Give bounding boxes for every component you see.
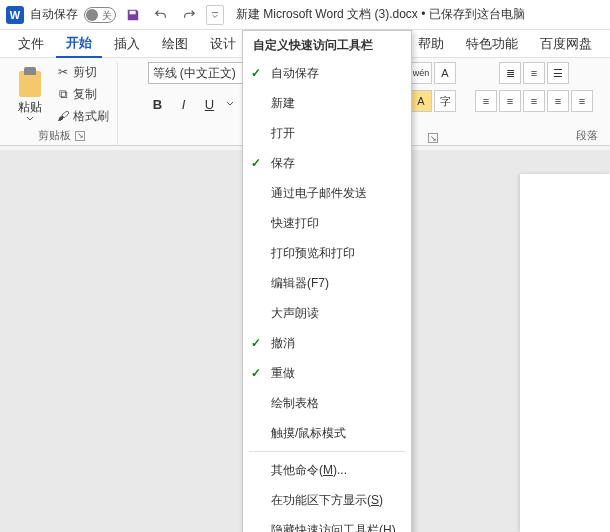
tab-insert[interactable]: 插入 (104, 31, 150, 57)
bullets-button[interactable]: ≣ (499, 62, 521, 84)
qat-save-button[interactable] (122, 4, 144, 26)
qat-customize-button[interactable] (206, 5, 224, 25)
tab-file[interactable]: 文件 (8, 31, 54, 57)
menu-item-label: 快速打印 (271, 215, 319, 232)
tab-baidu[interactable]: 百度网盘 (530, 31, 602, 57)
char-shading-button[interactable]: A (410, 90, 432, 112)
group-clipboard: 粘贴 ✂剪切 ⧉复制 🖌格式刷 剪贴板↘ (6, 62, 118, 145)
check-icon: ✓ (251, 156, 261, 170)
menu-item-label: 编辑器(F7) (271, 275, 329, 292)
italic-button[interactable]: I (174, 94, 194, 114)
menu-item-label: 重做 (271, 365, 295, 382)
autosave-toggle[interactable]: 关 (84, 7, 116, 23)
brush-icon: 🖌 (56, 109, 70, 123)
dialog-launcher-clipboard[interactable]: ↘ (75, 131, 85, 141)
multilevel-button[interactable]: ☰ (547, 62, 569, 84)
menu-item-label: 通过电子邮件发送 (271, 185, 367, 202)
menu-item-label: 大声朗读 (271, 305, 319, 322)
menu-item[interactable]: 绘制表格 (243, 388, 411, 418)
tab-home[interactable]: 开始 (56, 30, 102, 58)
menu-item-label: 保存 (271, 155, 295, 172)
chevron-down-icon[interactable] (226, 101, 234, 107)
check-icon: ✓ (251, 336, 261, 350)
menu-item[interactable]: 快速打印 (243, 208, 411, 238)
autosave-label: 自动保存 (30, 6, 78, 23)
qat-customize-menu: 自定义快速访问工具栏 ✓自动保存新建打开✓保存通过电子邮件发送快速打印打印预览和… (242, 30, 412, 532)
format-painter-button[interactable]: 🖌格式刷 (52, 106, 113, 126)
toggle-off-text: 关 (102, 9, 112, 23)
scissors-icon: ✂ (56, 65, 70, 79)
menu-other-commands[interactable]: 其他命令(M)... (243, 455, 411, 485)
copy-button[interactable]: ⧉复制 (52, 84, 113, 104)
qat-undo-button[interactable] (150, 4, 172, 26)
distribute-button[interactable]: ≡ (571, 90, 593, 112)
titlebar: W 自动保存 关 新建 Microsoft Word 文档 (3).docx •… (0, 0, 610, 30)
copy-icon: ⧉ (56, 87, 70, 101)
tab-draw[interactable]: 绘图 (152, 31, 198, 57)
align-center-button[interactable]: ≡ (499, 90, 521, 112)
word-icon: W (6, 6, 24, 24)
menu-item[interactable]: 触摸/鼠标模式 (243, 418, 411, 448)
menu-item[interactable]: 编辑器(F7) (243, 268, 411, 298)
menu-item[interactable]: 新建 (243, 88, 411, 118)
phonetic-button[interactable]: wén (410, 62, 432, 84)
menu-item-label: 触摸/鼠标模式 (271, 425, 346, 442)
align-justify-button[interactable]: ≡ (547, 90, 569, 112)
dialog-launcher-mid[interactable]: ↘ (428, 133, 438, 143)
numbering-button[interactable]: ≡ (523, 62, 545, 84)
tab-help[interactable]: 帮助 (408, 31, 454, 57)
menu-item[interactable]: ✓保存 (243, 148, 411, 178)
check-icon: ✓ (251, 66, 261, 80)
menu-item-label: 撤消 (271, 335, 295, 352)
menu-label: 其他命令(M)... (271, 462, 347, 479)
underline-button[interactable]: U (200, 94, 220, 114)
align-right-button[interactable]: ≡ (523, 90, 545, 112)
menu-show-below[interactable]: 在功能区下方显示(S) (243, 485, 411, 515)
align-left-button[interactable]: ≡ (475, 90, 497, 112)
dropdown-title: 自定义快速访问工具栏 (243, 31, 411, 58)
group-label-paragraph: 段落 (576, 128, 598, 143)
menu-item[interactable]: 大声朗读 (243, 298, 411, 328)
paste-label: 粘贴 (18, 99, 42, 116)
doc-name: 新建 Microsoft Word 文档 (3).docx (236, 7, 418, 21)
bold-button[interactable]: B (148, 94, 168, 114)
menu-item[interactable]: 通过电子邮件发送 (243, 178, 411, 208)
menu-item-label: 打开 (271, 125, 295, 142)
paste-icon (17, 67, 43, 97)
menu-item-label: 打印预览和打印 (271, 245, 355, 262)
group-paragraph: ≣ ≡ ☰ ≡ ≡ ≡ ≡ ≡ 段落 (464, 62, 604, 145)
tab-design[interactable]: 设计 (200, 31, 246, 57)
menu-item[interactable]: 打开 (243, 118, 411, 148)
menu-item-label: 自动保存 (271, 65, 319, 82)
menu-label: 在功能区下方显示(S) (271, 492, 383, 509)
menu-item-label: 绘制表格 (271, 395, 319, 412)
cut-button[interactable]: ✂剪切 (52, 62, 113, 82)
menu-hide-qat[interactable]: 隐藏快速访问工具栏(H) (243, 515, 411, 532)
save-status: 已保存到这台电脑 (429, 7, 525, 21)
menu-item[interactable]: ✓重做 (243, 358, 411, 388)
chevron-down-icon (26, 116, 34, 122)
char-border-button[interactable]: A (434, 62, 456, 84)
check-icon: ✓ (251, 366, 261, 380)
qat-redo-button[interactable] (178, 4, 200, 26)
menu-item-label: 新建 (271, 95, 295, 112)
document-page[interactable] (520, 174, 610, 532)
menu-separator (249, 451, 405, 452)
group-label-clipboard: 剪贴板 (38, 128, 71, 143)
menu-label: 隐藏快速访问工具栏(H) (271, 522, 396, 533)
enclose-char-button[interactable]: 字 (434, 90, 456, 112)
paste-button[interactable]: 粘贴 (10, 64, 50, 124)
menu-item[interactable]: ✓自动保存 (243, 58, 411, 88)
group-phonetic: wén A A 字 ↘ (406, 62, 460, 145)
document-title: 新建 Microsoft Word 文档 (3).docx • 已保存到这台电脑 (236, 6, 525, 23)
menu-item[interactable]: 打印预览和打印 (243, 238, 411, 268)
tab-special[interactable]: 特色功能 (456, 31, 528, 57)
menu-item[interactable]: ✓撤消 (243, 328, 411, 358)
